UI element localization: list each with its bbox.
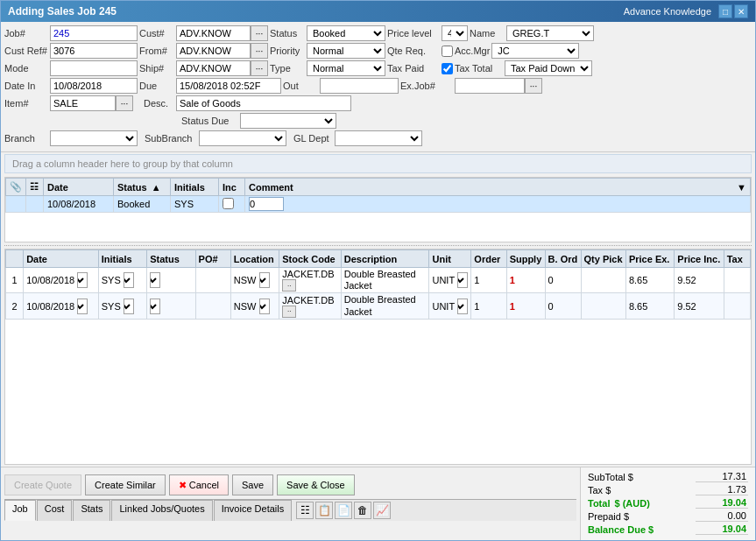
- main-cell-unit[interactable]: UNIT ▼: [429, 293, 471, 319]
- priority-select[interactable]: Normal: [307, 43, 385, 59]
- item-field: ···: [50, 95, 133, 111]
- main-cell-status[interactable]: ▼: [147, 268, 195, 293]
- log-col-date[interactable]: Date: [44, 179, 114, 196]
- close-button[interactable]: ✕: [734, 4, 748, 18]
- initials-dropdown2[interactable]: ▼: [124, 299, 134, 314]
- item-ellipsis[interactable]: ···: [116, 95, 133, 111]
- status-dropdown[interactable]: ▼: [150, 272, 160, 288]
- item-input[interactable]: [50, 95, 116, 111]
- from-input[interactable]: [176, 43, 251, 59]
- tab-cost[interactable]: Cost: [37, 500, 73, 521]
- ex-job-ellipsis[interactable]: ···: [525, 78, 542, 94]
- tab-invoice[interactable]: Invoice Details: [214, 500, 293, 521]
- stockcode-ellipsis2[interactable]: ··: [282, 306, 296, 318]
- type-select[interactable]: Normal: [307, 60, 385, 76]
- unit-dropdown[interactable]: ▼: [457, 272, 468, 288]
- date-dropdown2[interactable]: ▼: [77, 299, 88, 314]
- create-similar-button[interactable]: Create Similar: [85, 474, 166, 495]
- out-input[interactable]: [320, 78, 399, 94]
- branch-select[interactable]: [50, 130, 138, 146]
- log-col-inc[interactable]: Inc: [219, 179, 245, 196]
- tab-stats[interactable]: Stats: [73, 500, 110, 521]
- log-table-container[interactable]: 📎 ☷ Date Status ▲ Initials Inc Comment ▼…: [4, 177, 752, 242]
- mode-input[interactable]: [50, 60, 138, 76]
- tab-icon-paste[interactable]: 📄: [335, 502, 352, 519]
- gl-dept-select[interactable]: [335, 130, 422, 146]
- date-in-input[interactable]: [50, 78, 138, 94]
- main-cell-location[interactable]: NSW ▼: [230, 293, 279, 319]
- save-close-button[interactable]: Save & Close: [277, 474, 355, 495]
- price-level-select[interactable]: 4: [442, 25, 468, 41]
- tab-icon-grid[interactable]: ☷: [296, 502, 314, 519]
- main-col-unit[interactable]: Unit: [429, 250, 471, 268]
- drag-group-area: Drag a column header here to group by th…: [4, 154, 752, 173]
- main-col-tax[interactable]: Tax: [724, 250, 750, 268]
- main-cell-location[interactable]: NSW ▼: [230, 268, 279, 293]
- main-col-location[interactable]: Location: [230, 250, 279, 268]
- from-ellipsis[interactable]: ···: [251, 43, 268, 59]
- status-dropdown2[interactable]: ▼: [150, 299, 160, 314]
- restore-button[interactable]: □: [718, 4, 732, 18]
- main-col-priceex[interactable]: Price Ex.: [625, 250, 674, 268]
- main-col-initials[interactable]: Initials: [98, 250, 146, 268]
- unit-dropdown2[interactable]: ▼: [457, 299, 468, 314]
- log-cell-grid: [26, 196, 44, 213]
- log-col-initials[interactable]: Initials: [171, 179, 219, 196]
- ship-input[interactable]: [176, 60, 251, 76]
- type-label: Type: [270, 63, 305, 74]
- cancel-button[interactable]: ✖ Cancel: [169, 474, 229, 495]
- tab-icon-delete[interactable]: 🗑: [354, 502, 371, 519]
- location-dropdown2[interactable]: ▼: [259, 299, 270, 314]
- qte-req-checkbox[interactable]: [442, 46, 453, 57]
- log-inc-checkbox[interactable]: [223, 198, 234, 209]
- main-col-priceinc[interactable]: Price Inc.: [675, 250, 724, 268]
- main-col-stockcode[interactable]: Stock Code: [279, 250, 342, 268]
- main-cell-date[interactable]: 10/08/2018 ▼: [24, 293, 99, 319]
- log-col-comment[interactable]: Comment ▼: [245, 179, 751, 196]
- date-dropdown[interactable]: ▼: [77, 272, 88, 288]
- main-col-bord[interactable]: B. Ord: [545, 250, 581, 268]
- cust-ref-input[interactable]: [50, 43, 138, 59]
- main-col-supply[interactable]: Supply: [506, 250, 545, 268]
- main-table-container[interactable]: Date Initials Status PO# Location Stock …: [4, 249, 752, 465]
- tax-paid-checkbox[interactable]: [442, 63, 453, 74]
- tab-linked[interactable]: Linked Jobs/Quotes: [111, 500, 212, 521]
- log-cell-inc[interactable]: [219, 196, 245, 213]
- stockcode-ellipsis[interactable]: ··: [282, 279, 296, 292]
- tab-job[interactable]: Job: [4, 500, 36, 521]
- main-col-status[interactable]: Status: [147, 250, 195, 268]
- cust-input[interactable]: [176, 25, 251, 41]
- initials-dropdown[interactable]: ▼: [124, 272, 134, 288]
- cust-ellipsis[interactable]: ···: [251, 25, 268, 41]
- due-input[interactable]: [176, 78, 281, 94]
- tab-icon-chart[interactable]: 📈: [373, 502, 391, 519]
- main-col-description[interactable]: Description: [341, 250, 429, 268]
- main-col-date[interactable]: Date: [24, 250, 99, 268]
- desc-input[interactable]: [176, 95, 351, 111]
- main-cell-unit[interactable]: UNIT ▼: [429, 268, 471, 293]
- main-cell-initials[interactable]: SYS ▼: [98, 268, 146, 293]
- status-due-select[interactable]: [240, 113, 336, 129]
- tab-icon-copy[interactable]: 📋: [315, 502, 333, 519]
- ex-job-input[interactable]: [455, 78, 525, 94]
- bottom-area: Create Quote Create Similar ✖ Cancel Sav…: [1, 467, 755, 540]
- name-select[interactable]: GREG.T: [506, 25, 594, 41]
- status-select[interactable]: Booked: [307, 25, 385, 41]
- save-button[interactable]: Save: [232, 474, 273, 495]
- location-dropdown[interactable]: ▼: [259, 272, 270, 288]
- main-cell-status[interactable]: ▼: [147, 293, 195, 319]
- job-input[interactable]: [50, 25, 138, 41]
- ship-ellipsis[interactable]: ···: [251, 60, 268, 76]
- main-col-po[interactable]: PO#: [195, 250, 230, 268]
- acc-mgr-select[interactable]: JC: [491, 43, 579, 59]
- tax-total-select[interactable]: Tax Paid Down: [505, 60, 592, 76]
- subbranch-select[interactable]: [199, 130, 286, 146]
- main-col-qtypick[interactable]: Qty Pick: [581, 250, 625, 268]
- main-cell-date[interactable]: 10/08/2018 ▼: [24, 268, 99, 293]
- main-cell-initials[interactable]: SYS ▼: [98, 293, 146, 319]
- log-col-status[interactable]: Status ▲: [114, 179, 171, 196]
- log-comment-input[interactable]: [249, 197, 284, 211]
- main-col-order[interactable]: Order: [471, 250, 506, 268]
- log-cell-comment[interactable]: [245, 196, 751, 213]
- create-quote-button[interactable]: Create Quote: [4, 474, 81, 495]
